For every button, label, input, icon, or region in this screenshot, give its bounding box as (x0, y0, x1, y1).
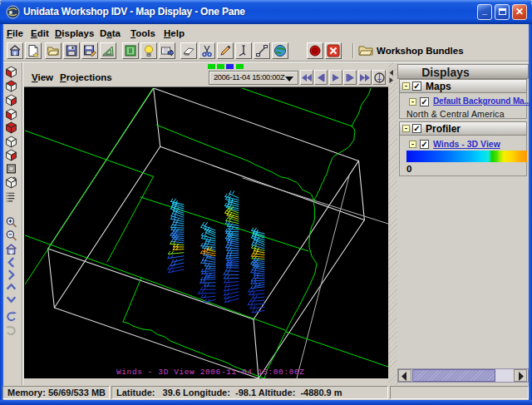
svg-text:Winds - 3D View 2006-11-04 15:: Winds - 3D View 2006-11-04 15:00:00Z (116, 368, 304, 377)
